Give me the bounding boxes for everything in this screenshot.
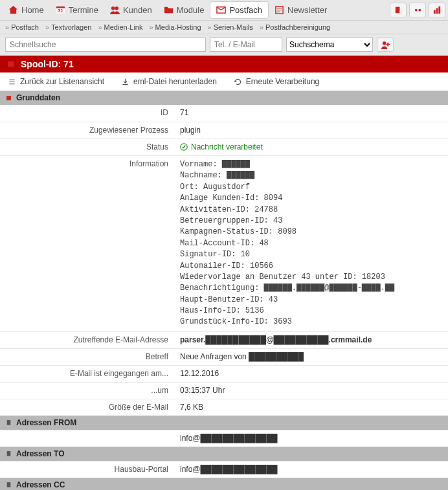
value-id: 71 (175, 105, 448, 122)
value-information: Vorname: ██████ Nachname: ██████ Ort: Au… (175, 156, 448, 331)
subnav-postfach[interactable]: »Postfach (5, 23, 39, 31)
puzzle-icon (394, 5, 403, 15)
nav-stats-button[interactable] (429, 3, 445, 18)
label-id: ID (0, 105, 175, 122)
folder-icon (164, 5, 174, 15)
chart-icon (432, 5, 442, 15)
nav-kunden[interactable]: Kunden (104, 2, 158, 18)
label-status: Status (0, 139, 175, 155)
action-bar: Zurück zur Listenansicht eml-Datei herun… (0, 72, 448, 91)
value-process: plugin (175, 122, 448, 139)
spool-icon (6, 60, 16, 69)
add-contact-button[interactable] (377, 38, 394, 52)
title-text: Spool-ID: 71 (21, 59, 74, 69)
download-eml-link[interactable]: eml-Datei herunterladen (121, 77, 217, 86)
refresh-icon (234, 78, 242, 86)
tel-email-input[interactable] (210, 38, 282, 52)
label-information: Information (0, 156, 175, 331)
value-email-address: parser.███████████@██████████.crmmail.de (175, 332, 448, 348)
section-icon (5, 419, 12, 426)
title-bar: Spool-ID: 71 (0, 56, 448, 72)
user-plus-icon (381, 40, 390, 50)
value-to: info@██████████████ (175, 462, 448, 478)
section-grunddaten: Grunddaten (0, 91, 448, 105)
section-icon (5, 481, 12, 488)
label-email-address: Zutreffende E-Mail-Adresse (0, 332, 175, 348)
list-icon (8, 78, 16, 86)
label-subject: Betreff (0, 349, 175, 365)
section-to: Adressen TO (0, 447, 448, 461)
nav-postfach[interactable]: Postfach (210, 1, 269, 19)
value-received-date: 12.12.2016 (175, 366, 448, 382)
dots-icon (413, 5, 423, 15)
grunddaten-table: ID71 Zugewiesener Prozessplugin StatusNa… (0, 105, 448, 416)
subnav-postfachbereinigung[interactable]: »Postfachbereinigung (260, 23, 330, 31)
top-nav: Home Termine Kunden Module Postfach News… (0, 0, 448, 21)
home-icon (8, 5, 18, 15)
value-subject: Neue Anfragen von ██████████ (175, 349, 448, 365)
subnav-serien-mails[interactable]: »Serien-Mails (208, 23, 253, 31)
nav-newsletter[interactable]: Newsletter (269, 2, 333, 18)
section-icon (5, 95, 12, 102)
label-process: Zugewiesener Prozess (0, 122, 175, 139)
section-icon (5, 450, 12, 457)
label-size: Größe der E-Mail (0, 399, 175, 416)
reprocess-link[interactable]: Erneute Verarbeitung (234, 77, 319, 86)
section-cc: Adressen CC (0, 478, 448, 490)
search-row: Suchschema (0, 34, 448, 56)
calendar-icon (56, 5, 65, 15)
value-size: 7,6 KB (175, 399, 448, 416)
users-icon (110, 5, 120, 15)
nav-termine[interactable]: Termine (50, 2, 104, 18)
subnav-media-hosting[interactable]: »Media-Hosting (149, 23, 201, 31)
quick-search-input[interactable] (5, 38, 206, 52)
nav-plugins-button[interactable] (390, 3, 407, 18)
subnav-medien-link[interactable]: »Medien-Link (98, 23, 142, 31)
nav-activity-button[interactable] (409, 3, 426, 18)
back-to-list-link[interactable]: Zurück zur Listenansicht (8, 77, 104, 86)
check-icon (180, 143, 188, 151)
status-badge: Nachricht verarbeitet (180, 142, 443, 151)
nav-home[interactable]: Home (3, 2, 50, 18)
subnav-textvorlagen[interactable]: »Textvorlagen (45, 23, 92, 31)
value-received-time: 03:15:37 Uhr (175, 383, 448, 399)
search-scheme-select[interactable]: Suchschema (286, 38, 373, 52)
value-from: info@██████████████ (175, 430, 448, 447)
label-received-time: ...um (0, 383, 175, 399)
label-received-date: E-Mail ist eingegangen am... (0, 366, 175, 382)
section-from: Adressen FROM (0, 416, 448, 430)
newsletter-icon (274, 5, 284, 15)
nav-module[interactable]: Module (158, 2, 210, 18)
label-to: Hausbau-Portal (0, 462, 175, 478)
sub-nav: »Postfach »Textvorlagen »Medien-Link »Me… (0, 21, 448, 34)
mail-icon (216, 5, 226, 15)
download-icon (121, 78, 129, 86)
